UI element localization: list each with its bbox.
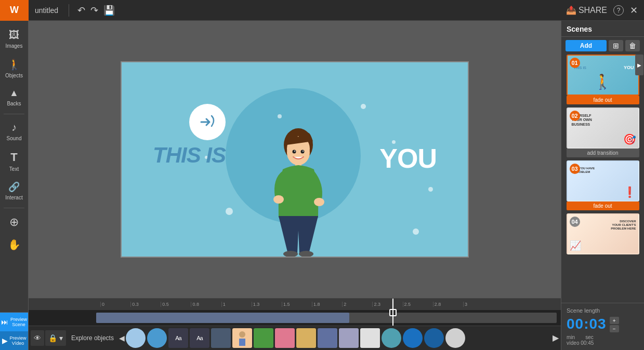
thumb-blue2-circle[interactable] — [147, 328, 167, 348]
thumb-yellow[interactable] — [296, 328, 316, 348]
text-icon: T — [10, 151, 17, 164]
sidebar-item-objects[interactable]: 🚶 Objects — [1, 54, 27, 83]
close-icon: ✕ — [630, 5, 638, 16]
total-time: vídeo 00:45 — [567, 340, 639, 346]
svg-point-3 — [293, 150, 296, 154]
sidebar-item-backs[interactable]: ▲ Backs — [1, 84, 27, 111]
canvas-frame[interactable]: THIS IS YOU — [121, 61, 469, 258]
main-area: 🖼 Images 🚶 Objects ▲ Backs ♪ Sound T Tex… — [0, 21, 644, 350]
thumb-white[interactable] — [360, 328, 380, 348]
thumb-text-aa2[interactable]: Aa — [190, 328, 209, 348]
lock-button[interactable]: 🔒 ▾ — [45, 330, 66, 346]
thumb-pink[interactable] — [275, 328, 295, 348]
scene-transition-3[interactable]: fade out — [567, 201, 639, 210]
sidebar-item-hand[interactable]: ✋ — [1, 234, 27, 255]
track-filled — [96, 313, 349, 323]
scene-thumbnail-1[interactable]: 01 THIS IS YOU 🚶 ▶ — [567, 55, 639, 96]
visibility-button[interactable]: 👁 — [31, 330, 44, 346]
thumb-darkblue[interactable] — [403, 328, 423, 348]
thumb-text-aa[interactable]: Aa — [168, 328, 188, 348]
scenes-header: Scenes — [561, 21, 644, 37]
sidebar-item-label: Objects — [5, 73, 23, 78]
help-button[interactable]: ? — [613, 5, 624, 16]
ruler-mark: 1.5 — [282, 302, 312, 307]
copy-scene-button[interactable]: ⊞ — [609, 40, 623, 51]
sidebar-item-text[interactable]: T Text — [1, 146, 27, 176]
undo-button[interactable]: ↶ — [77, 5, 85, 16]
share-icon: 📤 — [566, 5, 576, 15]
help-icon: ? — [613, 5, 624, 16]
ruler-mark: 0.5 — [161, 302, 191, 307]
scene-transition-1[interactable]: fade out — [567, 96, 639, 104]
scene-length: Scene length 00:03 + − min sec vídeo 00:… — [561, 303, 644, 350]
time-increase-button[interactable]: + — [610, 317, 619, 324]
sidebar-item-images[interactable]: 🖼 Images — [1, 25, 27, 53]
time-controls: + − — [610, 317, 619, 332]
close-button[interactable]: ✕ — [630, 5, 638, 16]
dot — [361, 104, 366, 109]
thumb-green[interactable] — [254, 328, 273, 348]
scene-add-transition-2[interactable]: add transition — [567, 149, 639, 157]
scene-expand-button-1[interactable]: ▶ — [635, 55, 643, 75]
scene-thumbnail-3[interactable]: 03 BUT YOU HAVEA PROBLEM ❗ — [567, 160, 639, 201]
scene-item-4: 04 DISCOVERYOUR CLIENT'SPROBLEM HERE 📈 — [561, 213, 644, 254]
sidebar-item-zoom[interactable]: ⊕ — [1, 211, 27, 233]
svg-point-9 — [314, 198, 324, 206]
preview-scene-button[interactable]: ⏭Preview Scene — [0, 313, 28, 331]
canvas-wrapper: THIS IS YOU — [29, 21, 561, 298]
time-decrease-button[interactable]: − — [610, 325, 619, 332]
left-sidebar: 🖼 Images 🚶 Objects ▲ Backs ♪ Sound T Tex… — [0, 21, 29, 350]
svg-point-8 — [273, 195, 284, 204]
sidebar-item-sound[interactable]: ♪ Sound — [1, 117, 27, 145]
images-icon: 🖼 — [9, 29, 19, 41]
document-title: untitled — [29, 6, 64, 15]
thumb-gray[interactable] — [445, 328, 465, 348]
share-button[interactable]: 📤 SHARE — [566, 5, 607, 15]
thumb-navy[interactable] — [318, 328, 337, 348]
sidebar-item-label: Backs — [7, 101, 21, 106]
character-figure — [267, 122, 330, 257]
time-unit-row: min sec — [567, 334, 639, 340]
playhead — [392, 299, 393, 310]
scene-length-label: Scene length — [567, 307, 639, 314]
add-scene-button[interactable]: Add — [566, 40, 607, 51]
svg-point-4 — [301, 150, 305, 154]
thumb-darkblue2[interactable] — [424, 328, 444, 348]
scene-number-2: 02 — [570, 111, 580, 121]
sidebar-item-label: Text — [9, 166, 19, 172]
thumb-teal[interactable] — [382, 328, 401, 348]
thumb-lavender[interactable] — [339, 328, 359, 348]
ruler-mark: 3 — [463, 302, 493, 307]
sidebar-item-interact[interactable]: 🔗 Interact — [1, 177, 27, 205]
scene-arrow — [189, 104, 226, 140]
ruler-mark: 2.8 — [433, 302, 463, 307]
app-logo: W — [0, 0, 29, 21]
time-display: 00:03 — [567, 316, 607, 332]
scene-number-1: 01 — [570, 58, 580, 68]
ruler-marks: 0 0.3 0.5 0.8 1 1.3 1.5 1.8 2 2.3 2.5 2.… — [100, 302, 493, 307]
scene-item-1: 01 THIS IS YOU 🚶 ▶ fade out — [561, 55, 644, 106]
play-scene-icon: ⏭ — [1, 318, 8, 326]
scene-thumb-img-3: 03 BUT YOU HAVEA PROBLEM ❗ — [567, 160, 639, 201]
thumb-skin[interactable] — [232, 328, 252, 348]
save-button[interactable]: 💾 — [103, 5, 115, 16]
min-label: min — [567, 334, 575, 340]
ruler-mark: 0.8 — [191, 302, 221, 307]
thumb-blue-circle[interactable] — [126, 328, 146, 348]
thumb-dark[interactable] — [211, 328, 231, 348]
dot — [278, 114, 282, 118]
scene-thumbnail-4[interactable]: 04 DISCOVERYOUR CLIENT'SPROBLEM HERE 📈 — [567, 213, 639, 254]
scene-text-left: THIS IS — [153, 143, 226, 168]
redo-button[interactable]: ↷ — [90, 5, 98, 16]
timeline-ruler: 0 0.3 0.5 0.8 1 1.3 1.5 1.8 2 2.3 2.5 2.… — [29, 299, 561, 310]
svg-point-6 — [303, 151, 304, 152]
timeline-tracks[interactable] — [29, 310, 561, 326]
preview-video-button[interactable]: ▶Preview Vídeo — [0, 331, 28, 350]
delete-scene-button[interactable]: 🗑 — [625, 40, 640, 51]
scroll-right-button[interactable]: ▶ — [553, 333, 559, 343]
scroll-left-button[interactable]: ◀ — [119, 334, 125, 342]
divider — [4, 208, 24, 208]
topbar-actions: ↶ ↷ 💾 — [73, 5, 119, 16]
scene-thumbnail-2[interactable]: 02 YOURSELFYOUR OWNBUSINESS 🎯 — [567, 107, 639, 149]
scenes-actions: Add ⊞ 🗑 — [561, 37, 644, 55]
